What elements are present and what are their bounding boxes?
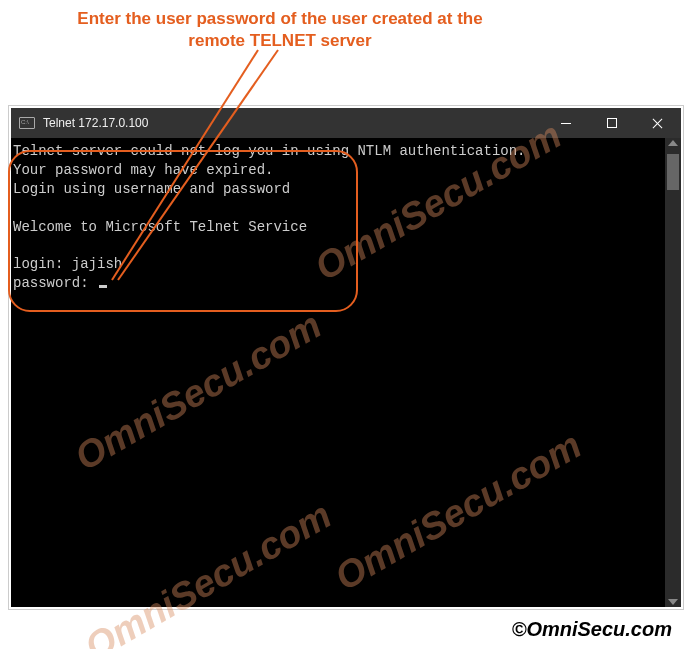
terminal-line: Telnet server could not log you in using… [13,143,525,159]
telnet-window: Telnet 172.17.0.100 Telnet server could … [11,108,681,607]
window-controls [543,108,681,138]
minimize-icon [561,123,571,124]
window-titlebar: Telnet 172.17.0.100 [11,108,681,138]
terminal-line: Welcome to Microsoft Telnet Service [13,219,307,235]
window-title: Telnet 172.17.0.100 [43,116,543,130]
login-prompt: login: [13,256,72,272]
copyright-text: ©OmniSecu.com [512,618,672,641]
terminal-line: Your password may have expired. [13,162,273,178]
terminal-line: Login using username and password [13,181,290,197]
maximize-button[interactable] [589,108,635,138]
minimize-button[interactable] [543,108,589,138]
scrollbar-up-icon [668,140,678,146]
maximize-icon [607,118,617,128]
text-cursor [99,285,107,288]
annotation-text: Enter the user password of the user crea… [60,8,500,52]
close-button[interactable] [635,108,681,138]
close-icon [652,117,664,129]
scrollbar-down-icon [668,599,678,605]
vertical-scrollbar[interactable] [665,138,681,607]
cmd-icon [19,117,35,129]
password-prompt: password: [13,275,97,291]
terminal-output[interactable]: Telnet server could not log you in using… [11,138,681,607]
scrollbar-thumb[interactable] [667,154,679,190]
login-username: jajish [72,256,122,272]
